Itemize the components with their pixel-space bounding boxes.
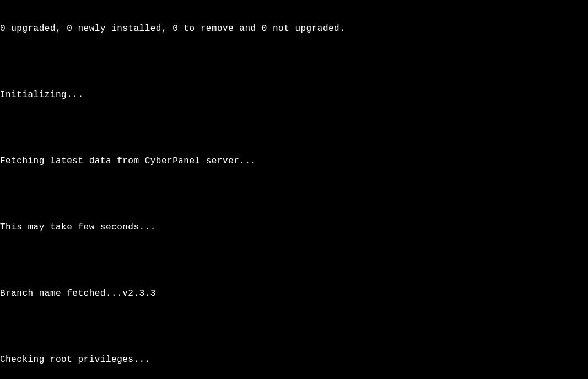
output-line: This may take few seconds... bbox=[0, 222, 588, 233]
terminal-output[interactable]: 0 upgraded, 0 newly installed, 0 to remo… bbox=[0, 1, 588, 379]
output-line: 0 upgraded, 0 newly installed, 0 to remo… bbox=[0, 23, 588, 34]
blank-line bbox=[0, 122, 588, 134]
blank-line bbox=[0, 56, 588, 67]
blank-line bbox=[0, 189, 588, 200]
output-line: Fetching latest data from CyberPanel ser… bbox=[0, 156, 588, 167]
blank-line bbox=[0, 255, 588, 266]
output-line: Checking root privileges... bbox=[0, 354, 588, 365]
output-line: Initializing... bbox=[0, 89, 588, 100]
blank-line bbox=[0, 321, 588, 332]
output-line: Branch name fetched...v2.3.3 bbox=[0, 288, 588, 299]
